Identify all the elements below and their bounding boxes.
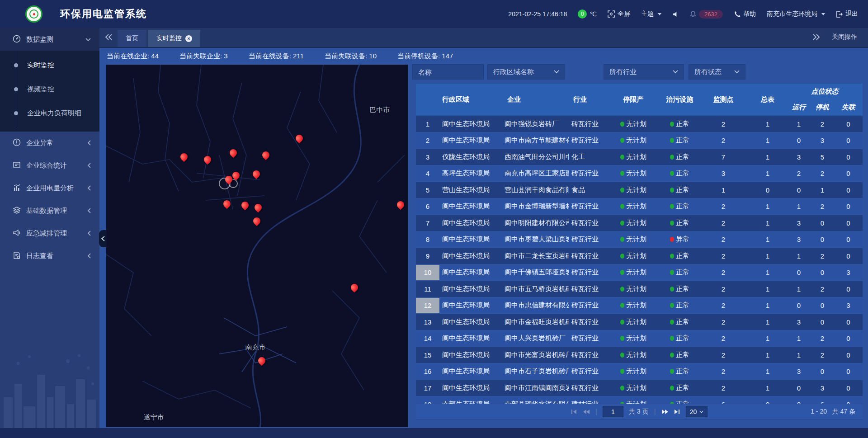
double-chevron-right-icon[interactable] [813, 34, 820, 40]
sidebar-item-enterprise-stats[interactable]: 企业综合统计 [0, 154, 99, 177]
app-screen: 环保用电监管系统 2021-02-25 17:46:18 0 ℃ 全屏 主题 [0, 0, 868, 438]
sidebar-item-power-analysis[interactable]: 企业用电量分析 [0, 177, 99, 199]
sound-button[interactable] [672, 11, 679, 18]
map-collapse-button[interactable] [99, 230, 107, 247]
region-filter-select[interactable]: 行政区域名称 [487, 64, 565, 80]
prev-page-button[interactable] [583, 409, 590, 414]
status-filter-select[interactable]: 所有状态 [689, 64, 745, 80]
cell-stop: 0 [811, 314, 834, 330]
cell-points: 1 [698, 182, 748, 198]
sidebar-nav: 数据监测实时监控视频监控企业电力负荷明细企业异常企业综合统计企业用电量分析基础数… [0, 28, 99, 267]
cell-run: 1 [787, 331, 811, 347]
table-row[interactable]: 16阆中生态环境局阆中市石子页岩机砖厂砖瓦行业无计划正常21300 [416, 364, 863, 380]
next-page-button[interactable] [661, 409, 669, 414]
table-row[interactable]: 1阆中生态环境局阆中强锐页岩砖厂砖瓦行业无计划正常21120 [416, 116, 863, 132]
cell-facility-status: 正常 [661, 182, 698, 198]
cell-region: 南部生态环境局 [439, 397, 502, 404]
table-row[interactable]: 8阆中生态环境局阆中市枣碧大梁山页岩砖瓦行业无计划异常21300 [416, 232, 863, 248]
alert-icon [13, 138, 21, 148]
fullscreen-button[interactable]: 全屏 [608, 10, 630, 18]
table-row[interactable]: 9阆中生态环境局阆中市二龙长宝页岩砖砖瓦行业无计划正常21120 [416, 248, 863, 264]
table-row[interactable]: 18南部生态环境局南部县砌华水泥有限公建材行业无计划正常60060 [416, 397, 863, 404]
cell-region: 阆中生态环境局 [439, 133, 502, 149]
last-page-button[interactable] [674, 409, 680, 414]
first-page-icon [571, 409, 577, 414]
cell-facility-status: 正常 [661, 265, 698, 281]
cell-run: 1 [787, 248, 811, 264]
close-tab-icon[interactable]: × [185, 35, 192, 42]
table-row[interactable]: 6阆中生态环境局阆中市金博瑞新型墙材砖瓦行业无计划正常21120 [416, 199, 863, 215]
sidebar-item-data-monitor[interactable]: 数据监测 [0, 28, 99, 51]
cell-industry: 砖瓦行业 [569, 364, 606, 380]
cell-region: 营山生态环境局 [439, 182, 502, 198]
prev-page-icon [583, 409, 590, 414]
theme-menu[interactable]: 主题 [641, 10, 661, 18]
tabbar-right: 关闭操作 [813, 27, 868, 47]
cell-facility-status: 正常 [661, 116, 698, 132]
cell-company: 阆中千佛镇五郎垭页岩 [502, 265, 569, 281]
status-dot-icon [670, 386, 674, 391]
cell-run: 0 [787, 298, 811, 314]
pager-controls: | 共 3 页 | 20 [416, 406, 863, 417]
table-row[interactable]: 4高坪生态环境局南充市高坪区王家店建砖瓦行业无计划正常31220 [416, 166, 863, 182]
row-number: 9 [416, 248, 439, 264]
cell-stop: 3 [811, 133, 834, 149]
help-button[interactable]: 帮助 [734, 10, 756, 18]
industry-filter-select[interactable]: 所有行业 [604, 64, 684, 80]
plan-label: 无计划 [626, 334, 646, 343]
table-row[interactable]: 5营山生态环境局营山县润丰肉食品有限食品无计划正常10010 [416, 182, 863, 198]
sidebar-item-logs[interactable]: 日志查看 [0, 245, 99, 267]
cell-company: 阆中强锐页岩砖厂 [502, 116, 569, 132]
logout-button[interactable]: 退出 [836, 10, 858, 18]
cell-plan-status: 无计划 [606, 281, 661, 297]
map-city-label: 遂宁市 [144, 413, 164, 422]
cell-run: 1 [787, 116, 811, 132]
bell-icon [690, 11, 696, 18]
tab-home[interactable]: 首页 [118, 30, 146, 47]
facility-label: 异常 [676, 235, 689, 244]
table-row[interactable]: 10阆中生态环境局阆中千佛镇五郎垭页岩砖瓦行业无计划正常21003 [416, 265, 863, 281]
pager-total: 共 47 条 [832, 408, 855, 415]
row-number: 1 [416, 116, 439, 132]
cell-region: 阆中生态环境局 [439, 215, 502, 231]
table-header: 行政区域 企业 行业 停限产 治污设施 监测点 总表 点位状态 运行 停机 失联 [416, 84, 863, 115]
facility-label: 正常 [676, 400, 689, 404]
footer-strip [0, 428, 868, 438]
cell-plan-status: 无计划 [606, 116, 661, 132]
map-panel[interactable]: 巴中市南充市遂宁市 [106, 65, 408, 427]
table-row[interactable]: 12阆中生态环境局阆中市忠信建材有限公砖瓦行业无计划正常21003 [416, 298, 863, 314]
table-row[interactable]: 2阆中生态环境局阆中市南方节能建材有砖瓦行业无计划正常21030 [416, 133, 863, 149]
cell-points: 2 [698, 133, 748, 149]
close-operations-button[interactable]: 关闭操作 [832, 33, 857, 41]
cell-plan-status: 无计划 [606, 182, 661, 198]
table-row[interactable]: 15阆中生态环境局阆中市光富页岩机砖厂砖瓦行业无计划正常21120 [416, 347, 863, 363]
name-filter-input[interactable] [412, 64, 484, 80]
alarm-indicator[interactable]: 2632 [690, 10, 723, 19]
sidebar-item-base-data[interactable]: 基础数据管理 [0, 199, 99, 222]
cell-stop: 0 [811, 265, 834, 281]
chart-icon [13, 184, 21, 193]
first-page-button[interactable] [571, 409, 577, 414]
status-dot-icon [620, 386, 624, 391]
sidebar-subitem-video[interactable]: 视频监控 [0, 77, 99, 101]
tabs-scroll-left-button[interactable] [99, 27, 118, 47]
alarm-count-badge: 2632 [699, 10, 723, 19]
sidebar-subitem-power-load[interactable]: 企业电力负荷明细 [0, 101, 99, 125]
table-row[interactable]: 3仪陇生态环境局西南油气田分公司川中化工无计划正常71350 [416, 149, 863, 165]
table-row[interactable]: 13阆中生态环境局阆中市金福旺页岩机砖砖瓦行业无计划正常21300 [416, 314, 863, 330]
table-row[interactable]: 11阆中生态环境局阆中市五马桥页岩机砖砖瓦行业无计划正常21120 [416, 281, 863, 297]
status-dot-icon [620, 171, 624, 176]
sidebar-item-emergency[interactable]: 应急减排管理 [0, 222, 99, 245]
col-header-meters: 总表 [748, 84, 787, 115]
sidebar-item-enterprise-abnormal[interactable]: 企业异常 [0, 132, 99, 154]
table-row[interactable]: 17阆中生态环境局阆中市江南镇阆南页岩砖瓦行业无计划正常21030 [416, 380, 863, 396]
page-size-select[interactable]: 20 [686, 406, 708, 417]
tab-realtime-monitor[interactable]: 实时监控 × [148, 30, 200, 47]
temperature-badge: 0 [578, 9, 587, 19]
table-row[interactable]: 14阆中生态环境局阆中大兴页岩机砖厂砖瓦行业无计划正常21120 [416, 331, 863, 347]
facility-label: 正常 [676, 301, 689, 310]
sidebar-subitem-realtime[interactable]: 实时监控 [0, 53, 99, 77]
page-number-input[interactable] [603, 406, 623, 417]
org-menu[interactable]: 南充市生态环境局 [767, 10, 825, 18]
table-row[interactable]: 7阆中生态环境局阆中明阳建材有限公司砖瓦行业无计划正常21300 [416, 215, 863, 231]
